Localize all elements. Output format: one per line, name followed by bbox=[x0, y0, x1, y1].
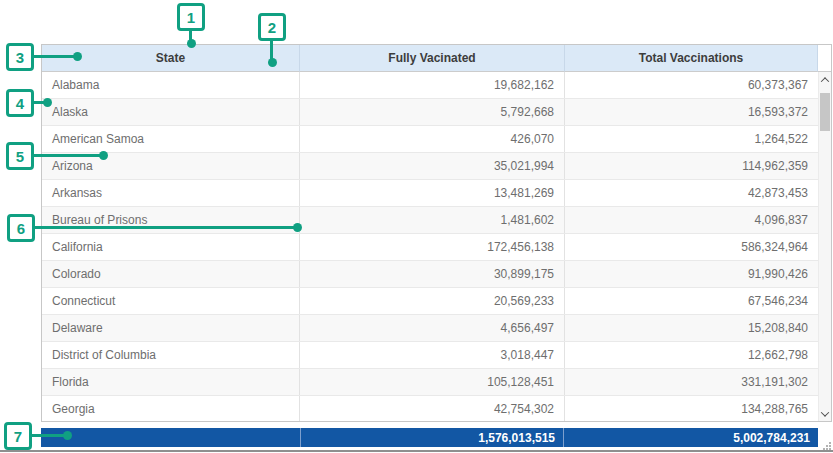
table-row[interactable]: Alabama19,682,16260,373,367 bbox=[42, 72, 831, 99]
scroll-down-button[interactable] bbox=[819, 406, 831, 421]
state-cell[interactable]: Delaware bbox=[42, 315, 300, 341]
state-cell[interactable]: District of Columbia bbox=[42, 342, 300, 368]
table-row[interactable]: American Samoa426,0701,264,522 bbox=[42, 126, 831, 153]
state-cell[interactable]: Alaska bbox=[42, 99, 300, 125]
total-vaccinations-cell[interactable]: 331,191,302 bbox=[565, 369, 818, 395]
scrollbar-thumb[interactable] bbox=[820, 93, 830, 131]
table-row[interactable]: Bureau of Prisons1,481,6024,096,837 bbox=[42, 207, 831, 234]
vertical-scrollbar[interactable] bbox=[818, 72, 831, 421]
total-vaccinations-cell[interactable]: 586,324,964 bbox=[565, 234, 818, 260]
callout-6-marker: 6 bbox=[7, 214, 35, 242]
total-vaccinations-cell[interactable]: 91,990,426 bbox=[565, 261, 818, 287]
total-vaccinations-cell[interactable]: 42,873,453 bbox=[565, 180, 818, 206]
table-row[interactable]: California172,456,138586,324,964 bbox=[42, 234, 831, 261]
state-cell[interactable]: Arkansas bbox=[42, 180, 300, 206]
table-row[interactable]: Connecticut20,569,23367,546,234 bbox=[42, 288, 831, 315]
total-vaccinations-cell[interactable]: 134,288,765 bbox=[565, 396, 818, 422]
state-cell[interactable]: California bbox=[42, 234, 300, 260]
table-row[interactable]: Arizona35,021,994114,962,359 bbox=[42, 153, 831, 180]
callout-1-marker: 1 bbox=[177, 3, 205, 31]
callout-3-line bbox=[32, 55, 77, 58]
table-row[interactable]: Arkansas13,481,26942,873,453 bbox=[42, 180, 831, 207]
scroll-up-button[interactable] bbox=[819, 72, 831, 87]
bottom-divider bbox=[0, 450, 833, 452]
state-cell[interactable]: Bureau of Prisons bbox=[42, 207, 300, 233]
callout-3-marker: 3 bbox=[6, 43, 34, 71]
summary-state-cell bbox=[41, 428, 300, 447]
table-body: Alabama19,682,16260,373,367Alaska5,792,6… bbox=[42, 72, 831, 422]
summary-row: 1,576,013,515 5,002,784,231 bbox=[41, 428, 818, 447]
state-cell[interactable]: Georgia bbox=[42, 396, 300, 422]
total-vaccinations-cell[interactable]: 1,264,522 bbox=[565, 126, 818, 152]
state-cell[interactable]: Connecticut bbox=[42, 288, 300, 314]
callout-6-dot bbox=[293, 223, 302, 232]
table-row[interactable]: Florida105,128,451331,191,302 bbox=[42, 369, 831, 396]
fully-vacinated-cell[interactable]: 5,792,668 bbox=[300, 99, 565, 125]
fully-vacinated-cell[interactable]: 1,481,602 bbox=[300, 207, 565, 233]
table-row[interactable]: District of Columbia3,018,44712,662,798 bbox=[42, 342, 831, 369]
callout-1-dot bbox=[187, 39, 196, 48]
table-header-row: State Fully Vacinated Total Vaccinations bbox=[42, 45, 831, 72]
callout-4-dot bbox=[43, 98, 52, 107]
callout-4-marker: 4 bbox=[6, 89, 34, 117]
fully-vacinated-cell[interactable]: 426,070 bbox=[300, 126, 565, 152]
total-vaccinations-cell[interactable]: 60,373,367 bbox=[565, 72, 818, 98]
summary-total-vaccinations-cell: 5,002,784,231 bbox=[563, 428, 818, 447]
fully-vacinated-cell[interactable]: 4,656,497 bbox=[300, 315, 565, 341]
total-vaccinations-cell[interactable]: 15,208,840 bbox=[565, 315, 818, 341]
callout-3-dot bbox=[73, 52, 82, 61]
table-row[interactable]: Colorado30,899,17591,990,426 bbox=[42, 261, 831, 288]
total-vaccinations-cell[interactable]: 114,962,359 bbox=[565, 153, 818, 179]
chevron-down-icon bbox=[821, 408, 829, 416]
table-row[interactable]: Delaware4,656,49715,208,840 bbox=[42, 315, 831, 342]
callout-5-dot bbox=[99, 151, 108, 160]
callout-5-marker: 5 bbox=[6, 142, 34, 170]
state-cell[interactable]: Colorado bbox=[42, 261, 300, 287]
table-row[interactable]: Georgia42,754,302134,288,765 bbox=[42, 396, 831, 422]
state-cell[interactable]: Florida bbox=[42, 369, 300, 395]
fully-vacinated-cell[interactable]: 3,018,447 bbox=[300, 342, 565, 368]
callout-7-dot bbox=[63, 431, 72, 440]
state-cell[interactable]: Alabama bbox=[42, 72, 300, 98]
chevron-up-icon bbox=[821, 77, 829, 85]
column-header-total-vaccinations[interactable]: Total Vaccinations bbox=[565, 45, 818, 72]
fully-vacinated-cell[interactable]: 20,569,233 bbox=[300, 288, 565, 314]
total-vaccinations-cell[interactable]: 16,593,372 bbox=[565, 99, 818, 125]
fully-vacinated-cell[interactable]: 172,456,138 bbox=[300, 234, 565, 260]
callout-2-marker: 2 bbox=[258, 13, 286, 41]
fully-vacinated-cell[interactable]: 42,754,302 bbox=[300, 396, 565, 422]
fully-vacinated-cell[interactable]: 30,899,175 bbox=[300, 261, 565, 287]
callout-7-marker: 7 bbox=[4, 422, 32, 450]
total-vaccinations-cell[interactable]: 12,662,798 bbox=[565, 342, 818, 368]
fully-vacinated-cell[interactable]: 105,128,451 bbox=[300, 369, 565, 395]
summary-fully-vacinated-cell: 1,576,013,515 bbox=[300, 428, 563, 447]
callout-2-dot bbox=[268, 58, 277, 67]
header-scrollbar-spacer bbox=[818, 45, 831, 72]
fully-vacinated-cell[interactable]: 13,481,269 bbox=[300, 180, 565, 206]
state-cell[interactable]: American Samoa bbox=[42, 126, 300, 152]
list-table: State Fully Vacinated Total Vaccinations… bbox=[41, 44, 832, 422]
table-row[interactable]: Alaska5,792,66816,593,372 bbox=[42, 99, 831, 126]
callout-5-line bbox=[32, 154, 103, 157]
resize-grip-icon[interactable] bbox=[823, 442, 825, 444]
callout-6-line bbox=[33, 226, 297, 229]
total-vaccinations-cell[interactable]: 4,096,837 bbox=[565, 207, 818, 233]
column-header-fully-vacinated[interactable]: Fully Vacinated bbox=[300, 45, 565, 72]
fully-vacinated-cell[interactable]: 19,682,162 bbox=[300, 72, 565, 98]
callout-7-line bbox=[30, 434, 67, 437]
total-vaccinations-cell[interactable]: 67,546,234 bbox=[565, 288, 818, 314]
annotated-list-table-screenshot: State Fully Vacinated Total Vaccinations… bbox=[0, 0, 833, 453]
fully-vacinated-cell[interactable]: 35,021,994 bbox=[300, 153, 565, 179]
